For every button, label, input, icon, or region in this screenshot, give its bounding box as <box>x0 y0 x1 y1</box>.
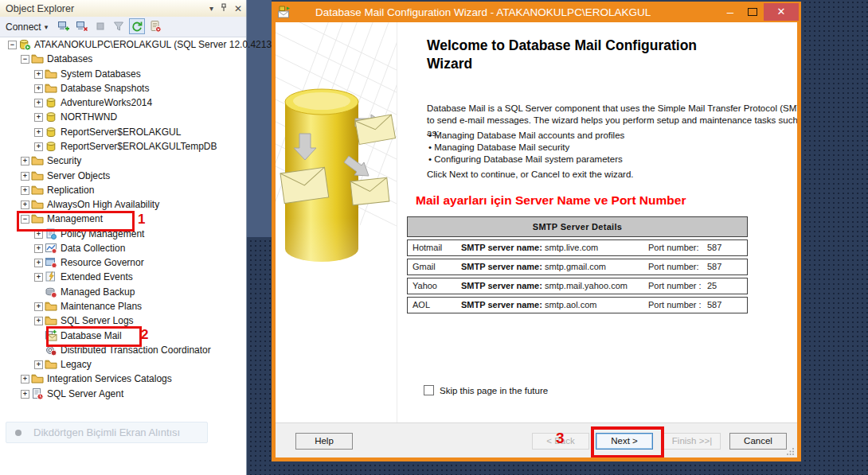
wizard-titlebar[interactable]: Database Mail Configuration Wizard - ATA… <box>272 2 801 22</box>
smtp-servervalue: smtp.aol.com <box>545 298 596 313</box>
tree-item-label: Integration Services Catalogs <box>47 372 172 386</box>
object-explorer-toolbar: Connect ▾ <box>0 17 246 37</box>
annotation-box-database-mail <box>46 326 142 347</box>
tree-item-label: Legacy <box>61 357 92 372</box>
expand-icon[interactable]: + <box>34 273 43 282</box>
expand-icon[interactable]: + <box>21 375 29 384</box>
smtp-provider: AOL <box>412 298 430 313</box>
smtp-row-aol: AOLSMTP server name:smtp.aol.comPort num… <box>407 297 748 313</box>
connect-label: Connect <box>6 21 41 33</box>
tree-item-northwnd[interactable]: +NORTHWND <box>0 110 246 124</box>
stop-icon[interactable] <box>92 18 108 34</box>
tree-item-label: Server Objects <box>47 169 110 183</box>
tree-item-label: Replication <box>47 183 94 197</box>
expand-icon[interactable]: + <box>34 84 43 93</box>
tree-item-label: AlwaysOn High Availability <box>47 197 159 212</box>
tree-item-label: AdventureWorks2014 <box>61 95 152 110</box>
folder-icon <box>45 82 57 95</box>
skip-page-label: Skip this page in the future <box>440 386 548 395</box>
tree-item-resource-governor[interactable]: +Resource Governor <box>0 255 246 270</box>
help-button[interactable]: Help <box>295 433 353 450</box>
tree-item-alwayson-high-availability[interactable]: +AlwaysOn High Availability <box>0 197 246 212</box>
tree-item-integration-services-catalogs[interactable]: +Integration Services Catalogs <box>0 372 246 386</box>
refresh-icon[interactable] <box>129 18 145 34</box>
expand-icon[interactable]: + <box>34 317 43 325</box>
tree-item-reportserver-erolakgul[interactable]: +ReportServer$EROLAKGUL <box>0 125 246 139</box>
snip-overlay: Dikdörtgen Biçimli Ekran Alıntısı <box>6 422 208 443</box>
tree-item-replication[interactable]: +Replication <box>0 183 246 197</box>
expand-icon[interactable]: + <box>34 259 43 267</box>
expand-icon[interactable]: + <box>34 302 43 311</box>
expand-icon[interactable]: + <box>34 360 43 369</box>
expand-icon[interactable]: + <box>21 186 29 195</box>
smtp-serverlabel: SMTP server name: <box>461 298 542 313</box>
wizard-artwork <box>276 22 397 424</box>
connect-button[interactable]: Connect ▾ <box>6 21 48 33</box>
tree-item-label: Data Collection <box>61 241 125 255</box>
art-separator <box>397 22 397 424</box>
tree-item-security[interactable]: +Security <box>0 154 246 168</box>
collapse-icon[interactable]: − <box>8 41 17 49</box>
minimize-button[interactable]: – <box>719 3 741 21</box>
resize-grip[interactable] <box>787 447 795 455</box>
wizard-bullet: Configuring Database Mail system paramet… <box>428 154 624 165</box>
folder-icon <box>31 169 44 182</box>
disconnect-server-icon[interactable] <box>74 18 90 34</box>
tree-item-legacy[interactable]: +Legacy <box>0 357 246 372</box>
finish-button: Finish >>| <box>663 433 721 450</box>
annotation-box-management <box>17 211 135 232</box>
expand-icon[interactable]: + <box>21 157 29 165</box>
skip-page-checkbox[interactable] <box>424 385 434 395</box>
tree-item-adventureworks2014[interactable]: +AdventureWorks2014 <box>0 95 246 110</box>
annotation-number-1: 1 <box>138 212 145 228</box>
expand-icon[interactable]: + <box>34 70 43 79</box>
close-icon[interactable]: ✕ <box>234 3 242 14</box>
database-mail-icon <box>277 5 291 19</box>
expand-icon[interactable]: + <box>34 128 43 137</box>
maximize-button[interactable] <box>741 8 764 16</box>
cancel-button[interactable]: Cancel <box>729 433 787 450</box>
tree-item-data-collection[interactable]: +Data Collection <box>0 241 246 255</box>
folder-icon <box>31 53 44 65</box>
pin-icon[interactable] <box>220 3 228 14</box>
tree-item-reportserver-erolakgultempdb[interactable]: +ReportServer$EROLAKGULTempDB <box>0 139 246 154</box>
expand-icon[interactable]: + <box>34 244 43 253</box>
connect-server-icon[interactable] <box>56 18 72 34</box>
smtp-portlabel: Port number : <box>648 298 702 313</box>
script-error-icon[interactable] <box>147 18 163 34</box>
expand-icon[interactable]: + <box>34 142 43 151</box>
tree-item-system-databases[interactable]: +System Databases <box>0 67 246 81</box>
database-icon <box>45 140 57 153</box>
folder-icon <box>45 300 57 313</box>
tree-item-label: SQL Server Agent <box>47 387 123 401</box>
tree-item-maintenance-plans[interactable]: +Maintenance Plans <box>0 299 246 313</box>
tree-item-label: ATAKANOKULPC\EROLAKGUL (SQL Server 12.0.… <box>34 37 272 52</box>
filter-icon[interactable] <box>111 18 127 34</box>
tree-item-sql-server-agent[interactable]: +SQL Server Agent <box>0 387 246 401</box>
tree-item-server-objects[interactable]: +Server Objects <box>0 169 246 183</box>
expand-icon[interactable]: + <box>34 99 43 107</box>
tree-item-managed-backup[interactable]: Managed Backup <box>0 285 246 299</box>
expand-icon[interactable]: + <box>21 201 29 209</box>
tree-item-extended-events[interactable]: +Extended Events <box>0 270 246 284</box>
folder-icon <box>31 198 44 211</box>
tree-item-atakanokulpc-erolakgul-sql-ser[interactable]: −ATAKANOKULPC\EROLAKGUL (SQL Server 12.0… <box>0 37 246 52</box>
data-collection-icon <box>45 242 57 255</box>
smtp-provider: Hotmail <box>412 240 442 255</box>
expand-icon[interactable]: + <box>34 113 43 122</box>
tree-item-databases[interactable]: −Databases <box>0 52 246 66</box>
snip-dot-icon <box>15 430 22 436</box>
smtp-row-gmail: GmailSMTP server name:smtp.gmail.comPort… <box>407 259 748 275</box>
tree-item-label: ReportServer$EROLAKGULTempDB <box>61 139 217 154</box>
collapse-icon[interactable]: − <box>21 55 29 64</box>
sql-agent-icon <box>31 387 44 400</box>
expand-icon[interactable]: + <box>21 390 29 399</box>
snip-label: Dikdörtgen Biçimli Ekran Alıntısı <box>33 426 180 438</box>
expand-icon[interactable]: + <box>21 172 29 181</box>
folder-icon <box>45 68 57 80</box>
tree-item-database-snapshots[interactable]: +Database Snapshots <box>0 81 246 95</box>
close-button[interactable]: ✕ <box>764 3 799 21</box>
object-explorer-titlebar[interactable]: Object Explorer ▾ ✕ <box>0 0 246 18</box>
smtp-provider: Yahoo <box>412 278 437 294</box>
window-position-icon[interactable]: ▾ <box>209 4 213 13</box>
